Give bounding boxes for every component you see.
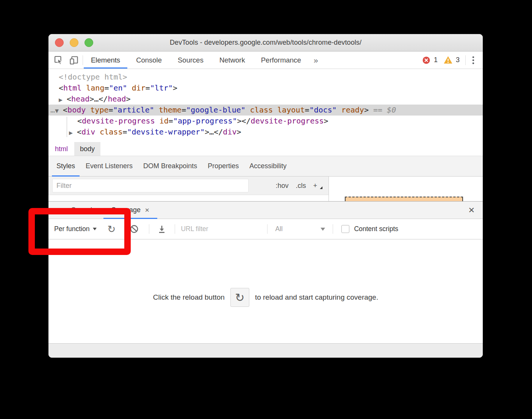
- content-scripts-checkbox[interactable]: [341, 225, 349, 233]
- indent-guide: [67, 117, 67, 137]
- main-toolbar: Elements Console Sources Network Perform…: [49, 52, 483, 69]
- tab-sources[interactable]: Sources: [170, 52, 211, 69]
- toggle-pseudo-state[interactable]: :hov: [275, 182, 288, 190]
- code-line-selected[interactable]: …▼<body type="article" theme="google-blu…: [49, 105, 483, 116]
- inspect-element-icon[interactable]: [54, 55, 64, 65]
- tab-dom-breakpoints[interactable]: DOM Breakpoints: [138, 156, 202, 176]
- box-model-margin-box: [345, 197, 463, 201]
- breadcrumb: html body: [49, 142, 483, 156]
- tab-event-listeners[interactable]: Event Listeners: [80, 156, 138, 176]
- toolbar-divider: [175, 224, 175, 234]
- new-style-rule-button[interactable]: +: [313, 182, 317, 190]
- code-line[interactable]: <!doctype html>: [49, 72, 483, 83]
- warning-count: 3: [456, 56, 460, 64]
- code-line[interactable]: <html lang="en" dir="ltr">: [49, 83, 483, 94]
- dom-tree: <!doctype html><html lang="en" dir="ltr"…: [49, 69, 483, 142]
- kebab-menu-icon[interactable]: [468, 55, 478, 65]
- coverage-type-select[interactable]: All: [275, 225, 325, 233]
- pane-divider: [329, 177, 329, 201]
- disclosure-triangle-icon[interactable]: ▶: [69, 127, 77, 138]
- title-bar: DevTools - developers.google.com/web/too…: [49, 34, 483, 52]
- devtools-window: DevTools - developers.google.com/web/too…: [49, 34, 483, 358]
- toolbar-divider: [465, 55, 466, 65]
- tab-console[interactable]: Console: [128, 52, 170, 69]
- tab-properties[interactable]: Properties: [202, 156, 244, 176]
- url-filter-input[interactable]: [181, 225, 267, 233]
- minimize-window-button[interactable]: [70, 38, 78, 47]
- code-line[interactable]: ▶<div class="devsite-wrapper">…</div>: [49, 127, 483, 138]
- error-icon[interactable]: [421, 55, 431, 65]
- device-toolbar-icon[interactable]: [69, 55, 79, 65]
- disclosure-triangle-icon[interactable]: ▼: [55, 105, 63, 116]
- toolbar-divider: [333, 224, 333, 234]
- close-drawer-icon[interactable]: ✕: [460, 202, 483, 219]
- content-scripts-label: Content scripts: [354, 225, 398, 233]
- coverage-type-value: All: [275, 225, 282, 233]
- code-line[interactable]: <devsite-progress id="app-progress"></de…: [49, 116, 483, 127]
- code-line[interactable]: ▶<head>…</head>: [49, 94, 483, 105]
- tab-styles[interactable]: Styles: [51, 156, 80, 176]
- breadcrumb-body[interactable]: body: [74, 142, 100, 156]
- disclosure-triangle-icon[interactable]: ▶: [59, 94, 67, 105]
- tab-performance[interactable]: Performance: [253, 52, 309, 69]
- toolbar-divider: [149, 224, 149, 234]
- annotation-rectangle: [28, 208, 131, 255]
- window-controls: [55, 38, 93, 47]
- close-window-button[interactable]: [55, 38, 64, 47]
- coverage-message-before: Click the reload button: [153, 293, 225, 302]
- toggle-element-classes[interactable]: .cls: [296, 182, 306, 190]
- export-download-icon[interactable]: [157, 224, 167, 234]
- reload-icon: ↻: [235, 291, 244, 304]
- drawer-status-bar: [49, 343, 483, 358]
- clear-coverage-icon[interactable]: [129, 224, 139, 234]
- breadcrumb-html[interactable]: html: [53, 142, 69, 156]
- styles-filter-input[interactable]: [52, 179, 249, 192]
- chevron-down-icon: [321, 228, 325, 231]
- styles-pane: :hov .cls +: [49, 177, 483, 201]
- error-count: 1: [434, 56, 438, 64]
- sidebar-tabbar: Styles Event Listeners DOM Breakpoints P…: [49, 156, 483, 177]
- coverage-message-after: to reload and start capturing coverage.: [255, 293, 378, 302]
- styles-filter-bar: :hov .cls +: [49, 177, 329, 195]
- coverage-content: Click the reload button ↻ to reload and …: [49, 239, 483, 343]
- close-coverage-tab-icon[interactable]: ✕: [145, 207, 150, 214]
- reload-button[interactable]: ↻: [230, 288, 249, 307]
- more-tabs-icon[interactable]: »: [309, 52, 323, 69]
- zoom-window-button[interactable]: [84, 38, 93, 47]
- window-title: DevTools - developers.google.com/web/too…: [170, 39, 361, 47]
- warning-icon[interactable]: [443, 55, 453, 65]
- tab-accessibility[interactable]: Accessibility: [244, 156, 292, 176]
- tab-network[interactable]: Network: [211, 52, 253, 69]
- new-rule-corner-icon: [320, 186, 322, 189]
- toolbar-divider: [267, 224, 268, 234]
- tab-elements[interactable]: Elements: [83, 52, 128, 69]
